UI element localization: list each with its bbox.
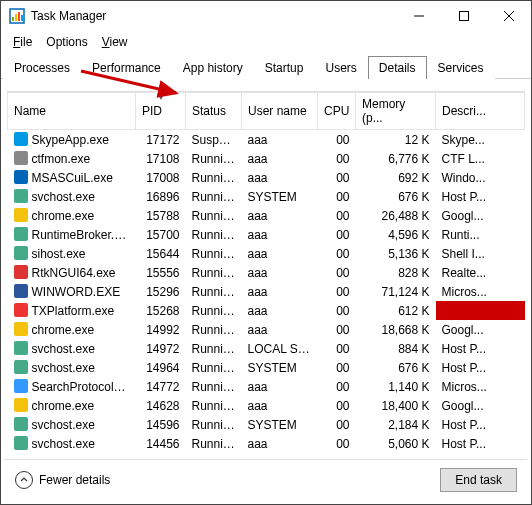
cell-desc: Micros... xyxy=(436,377,525,396)
col-desc[interactable]: Descri... xyxy=(436,93,525,130)
menu-options[interactable]: Options xyxy=(40,33,93,51)
cell-cpu: 00 xyxy=(318,263,356,282)
tab-services[interactable]: Services xyxy=(427,56,495,79)
cell-pid: 15788 xyxy=(136,206,186,225)
tab-users[interactable]: Users xyxy=(314,56,367,79)
process-icon xyxy=(14,246,28,260)
table-row[interactable]: RtkNGUI64.exe15556Runningaaa00828 KRealt… xyxy=(8,263,525,282)
process-icon xyxy=(14,436,28,450)
end-task-button[interactable]: End task xyxy=(440,468,517,492)
cell-user: aaa xyxy=(242,244,318,263)
cell-pid: 17008 xyxy=(136,168,186,187)
titlebar: Task Manager xyxy=(1,1,531,31)
cell-name: chrome.exe xyxy=(32,323,95,337)
process-icon xyxy=(14,360,28,374)
cell-user: aaa xyxy=(242,320,318,339)
cell-pid: 15700 xyxy=(136,225,186,244)
table-row[interactable]: TXPlatform.exe15268Runningaaa00612 K████… xyxy=(8,301,525,320)
cell-desc: CTF L... xyxy=(436,149,525,168)
table-row[interactable]: chrome.exe15788Runningaaa0026,488 KGoogl… xyxy=(8,206,525,225)
cell-mem: 71,124 K xyxy=(356,282,436,301)
close-button[interactable] xyxy=(486,1,531,31)
cell-desc: Windo... xyxy=(436,168,525,187)
cell-cpu: 00 xyxy=(318,168,356,187)
menu-file[interactable]: File xyxy=(7,33,38,51)
tab-performance[interactable]: Performance xyxy=(81,56,172,79)
cell-status: Running xyxy=(186,396,242,415)
table-row[interactable]: SkypeApp.exe17172Suspe...aaa0012 KSkype.… xyxy=(8,130,525,150)
cell-user: aaa xyxy=(242,130,318,150)
cell-cpu: 00 xyxy=(318,358,356,377)
cell-cpu: 00 xyxy=(318,244,356,263)
cell-status: Running xyxy=(186,320,242,339)
cell-pid: 14628 xyxy=(136,396,186,415)
table-row[interactable]: svchost.exe14964RunningSYSTEM00676 KHost… xyxy=(8,358,525,377)
table-row[interactable]: sihost.exe15644Runningaaa005,136 KShell … xyxy=(8,244,525,263)
col-status[interactable]: Status xyxy=(186,93,242,130)
cell-name: svchost.exe xyxy=(32,190,95,204)
cell-name: sihost.exe xyxy=(32,247,86,261)
cell-desc: Micros... xyxy=(436,282,525,301)
cell-user: aaa xyxy=(242,225,318,244)
cell-cpu: 00 xyxy=(318,282,356,301)
cell-cpu: 00 xyxy=(318,320,356,339)
cell-mem: 6,776 K xyxy=(356,149,436,168)
tab-startup[interactable]: Startup xyxy=(254,56,315,79)
table-row[interactable]: ctfmon.exe17108Runningaaa006,776 KCTF L.… xyxy=(8,149,525,168)
cell-mem: 12 K xyxy=(356,130,436,150)
table-row[interactable]: svchost.exe14972RunningLOCAL SE...00884 … xyxy=(8,339,525,358)
cell-mem: 884 K xyxy=(356,339,436,358)
cell-name: chrome.exe xyxy=(32,399,95,413)
fewer-details-button[interactable]: Fewer details xyxy=(15,471,110,489)
table-row[interactable]: chrome.exe14628Runningaaa0018,400 KGoogl… xyxy=(8,396,525,415)
table-row[interactable]: svchost.exe16896RunningSYSTEM00676 KHost… xyxy=(8,187,525,206)
maximize-button[interactable] xyxy=(441,1,486,31)
col-name[interactable]: Name xyxy=(8,93,136,130)
cell-desc: Runti... xyxy=(436,225,525,244)
process-icon xyxy=(14,265,28,279)
svg-rect-3 xyxy=(15,14,17,21)
cell-status: Running xyxy=(186,206,242,225)
table-row[interactable]: chrome.exe14992Runningaaa0018,668 KGoogl… xyxy=(8,320,525,339)
cell-desc: Host P... xyxy=(436,187,525,206)
process-table: Name ▾PID Status User name CPU Memory (p… xyxy=(7,92,525,453)
cell-name: RuntimeBroker.exe xyxy=(32,228,134,242)
table-row[interactable]: RuntimeBroker.exe15700Runningaaa004,596 … xyxy=(8,225,525,244)
column-header-row: Name ▾PID Status User name CPU Memory (p… xyxy=(8,93,525,130)
menubar: File Options View xyxy=(1,31,531,55)
cell-user: SYSTEM xyxy=(242,358,318,377)
cell-pid: 17172 xyxy=(136,130,186,150)
table-row[interactable]: svchost.exe14596RunningSYSTEM002,184 KHo… xyxy=(8,415,525,434)
table-row[interactable]: SearchProtocolHos...14772Runningaaa001,1… xyxy=(8,377,525,396)
table-row[interactable]: svchost.exe14456Runningaaa005,060 KHost … xyxy=(8,434,525,453)
tab-processes[interactable]: Processes xyxy=(3,56,81,79)
cell-name: svchost.exe xyxy=(32,418,95,432)
col-pid[interactable]: ▾PID xyxy=(136,93,186,130)
process-icon xyxy=(14,379,28,393)
cell-cpu: 00 xyxy=(318,206,356,225)
cell-status: Running xyxy=(186,244,242,263)
cell-mem: 692 K xyxy=(356,168,436,187)
table-row[interactable]: WINWORD.EXE15296Runningaaa0071,124 KMicr… xyxy=(8,282,525,301)
col-user[interactable]: User name xyxy=(242,93,318,130)
table-row[interactable]: MSASCuiL.exe17008Runningaaa00692 KWindo.… xyxy=(8,168,525,187)
cell-mem: 2,184 K xyxy=(356,415,436,434)
minimize-button[interactable] xyxy=(396,1,441,31)
cell-cpu: 00 xyxy=(318,415,356,434)
cell-user: aaa xyxy=(242,301,318,320)
tab-details[interactable]: Details xyxy=(368,56,427,79)
cell-mem: 5,136 K xyxy=(356,244,436,263)
col-cpu[interactable]: CPU xyxy=(318,93,356,130)
cell-user: aaa xyxy=(242,282,318,301)
cell-status: Running xyxy=(186,225,242,244)
cell-status: Running xyxy=(186,168,242,187)
cell-user: aaa xyxy=(242,396,318,415)
content-area: Name ▾PID Status User name CPU Memory (p… xyxy=(1,79,531,459)
menu-view[interactable]: View xyxy=(96,33,134,51)
tab-app-history[interactable]: App history xyxy=(172,56,254,79)
cell-status: Running xyxy=(186,263,242,282)
cell-name: svchost.exe xyxy=(32,361,95,375)
cell-desc: Realte... xyxy=(436,263,525,282)
col-mem[interactable]: Memory (p... xyxy=(356,93,436,130)
cell-status: Suspe... xyxy=(186,130,242,150)
